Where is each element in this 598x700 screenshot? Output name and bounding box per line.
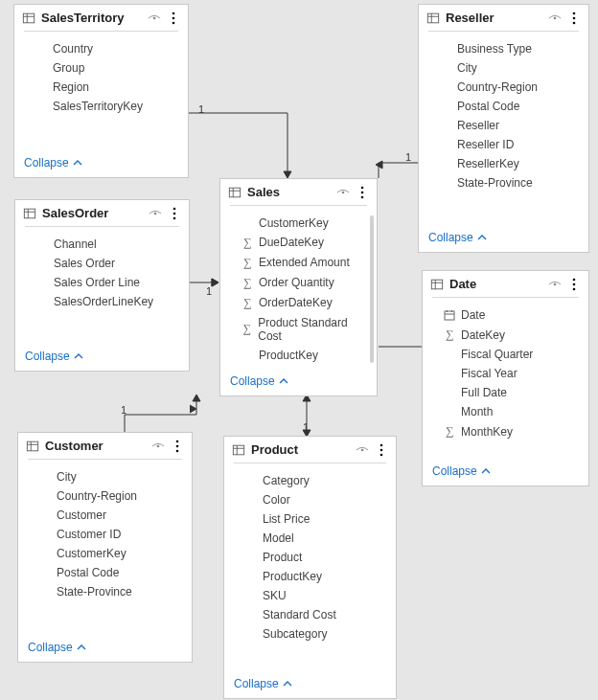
cardinality-label: 1 (405, 151, 411, 163)
table-customer[interactable]: CustomerCityCountry-RegionCustomerCustom… (17, 432, 193, 663)
field-item[interactable]: SalesOrderLineKey (27, 292, 185, 311)
svg-point-19 (173, 212, 176, 215)
svg-rect-28 (431, 280, 442, 289)
field-item[interactable]: ∑MonthKey (434, 421, 585, 441)
table-header[interactable]: Customer (18, 433, 192, 457)
table-sales-territory[interactable]: SalesTerritoryCountryGroupRegionSalesTer… (13, 4, 189, 178)
field-item[interactable]: Customer ID (30, 525, 188, 544)
field-item[interactable]: Country-Region (30, 486, 188, 506)
table-header[interactable]: SalesTerritory (14, 5, 188, 29)
field-item[interactable]: Subcategory (236, 624, 392, 644)
scrollbar[interactable] (370, 215, 374, 363)
field-item[interactable]: Group (26, 58, 184, 78)
field-item[interactable]: CustomerKey (30, 544, 188, 563)
field-label: Standard Cost (263, 608, 336, 621)
collapse-label: Collapse (28, 641, 73, 654)
table-date[interactable]: DateDate∑DateKeyFiscal QuarterFiscal Yea… (422, 270, 589, 486)
field-item[interactable]: ResellerKey (232, 365, 373, 369)
field-item[interactable]: ∑OrderDateKey (232, 293, 373, 313)
svg-rect-35 (445, 311, 454, 320)
visibility-icon[interactable] (356, 443, 369, 457)
field-item[interactable]: City (30, 467, 188, 486)
more-options-icon[interactable] (567, 278, 581, 291)
table-header[interactable]: Product (224, 437, 396, 461)
field-item[interactable]: ∑Product Standard Cost (232, 313, 373, 346)
visibility-icon[interactable] (148, 11, 161, 25)
field-item[interactable]: Category (236, 471, 392, 490)
table-product[interactable]: ProductCategoryColorList PriceModelProdu… (223, 436, 397, 699)
field-item[interactable]: Product (236, 548, 392, 567)
collapse-link[interactable]: Collapse (230, 374, 288, 388)
field-item[interactable]: Fiscal Year (434, 364, 585, 383)
field-item[interactable]: Fiscal Quarter (434, 345, 585, 364)
table-header[interactable]: Date (423, 271, 588, 295)
svg-point-50 (380, 443, 383, 446)
divider (428, 31, 579, 32)
table-header[interactable]: SalesOrder (15, 200, 189, 224)
collapse-link[interactable]: Collapse (25, 350, 83, 363)
field-item[interactable]: SalesTerritoryKey (26, 97, 184, 116)
field-item[interactable]: SKU (236, 586, 392, 605)
table-reseller[interactable]: ResellerBusiness TypeCityCountry-RegionP… (418, 4, 589, 253)
table-header[interactable]: Reseller (419, 5, 588, 29)
field-item[interactable]: ResellerKey (430, 154, 585, 173)
more-options-icon[interactable] (375, 443, 388, 457)
field-item[interactable]: Standard Cost (236, 605, 392, 624)
sigma-icon: ∑ (242, 322, 252, 336)
field-item[interactable]: Date (434, 305, 585, 325)
table-header[interactable]: Sales (220, 179, 377, 203)
field-item[interactable]: City (430, 58, 585, 78)
field-item[interactable]: Postal Code (430, 97, 585, 116)
field-item[interactable]: ∑Extended Amount (232, 253, 373, 273)
collapse-link[interactable]: Collapse (234, 677, 292, 690)
table-sales[interactable]: SalesCustomerKey∑DueDateKey∑Extended Amo… (219, 178, 378, 396)
visibility-icon[interactable] (548, 11, 562, 25)
more-options-icon[interactable] (168, 207, 181, 220)
field-item[interactable]: Region (26, 78, 184, 97)
field-item[interactable]: Model (236, 529, 392, 548)
field-item[interactable]: List Price (236, 509, 392, 529)
divider (28, 459, 182, 460)
more-options-icon[interactable] (167, 11, 180, 25)
field-item[interactable]: Country-Region (430, 78, 585, 97)
field-item[interactable]: Full Date (434, 383, 585, 402)
field-item[interactable]: CustomerKey (232, 214, 373, 233)
collapse-link[interactable]: Collapse (432, 464, 491, 478)
field-item[interactable]: Reseller (430, 116, 585, 135)
svg-point-49 (361, 448, 364, 451)
field-item[interactable]: ∑Order Quantity (232, 273, 373, 293)
field-item[interactable]: Sales Order Line (27, 273, 185, 292)
field-item[interactable]: Sales Order (27, 254, 185, 273)
visibility-icon[interactable] (149, 207, 162, 220)
more-options-icon[interactable] (171, 440, 184, 453)
table-footer: Collapse (15, 344, 189, 371)
table-footer: Collapse (423, 459, 588, 485)
field-item[interactable]: Channel (27, 235, 185, 254)
field-item[interactable]: Color (236, 490, 392, 509)
chevron-up-icon (283, 677, 292, 690)
visibility-icon[interactable] (548, 278, 562, 291)
field-item[interactable]: Country (26, 39, 184, 58)
field-item[interactable]: ∑DueDateKey (232, 233, 373, 253)
field-item[interactable]: Reseller ID (430, 135, 585, 154)
field-item[interactable]: Customer (30, 506, 188, 525)
collapse-link[interactable]: Collapse (428, 231, 487, 244)
table-footer: Collapse (220, 369, 377, 395)
collapse-link[interactable]: Collapse (24, 156, 82, 169)
field-label: Channel (54, 237, 97, 251)
collapse-link[interactable]: Collapse (28, 641, 86, 654)
field-item[interactable]: Postal Code (30, 563, 188, 582)
field-item[interactable]: State-Province (430, 173, 585, 192)
table-sales-order[interactable]: SalesOrderChannelSales OrderSales Order … (14, 199, 190, 372)
field-item[interactable]: ∑DateKey (434, 325, 585, 345)
fields-list: CustomerKey∑DueDateKey∑Extended Amount∑O… (220, 210, 377, 369)
field-item[interactable]: Month (434, 402, 585, 421)
more-options-icon[interactable] (567, 11, 581, 25)
field-item[interactable]: ProductKey (236, 567, 392, 586)
field-item[interactable]: Business Type (430, 39, 585, 58)
field-item[interactable]: ProductKey (232, 346, 373, 365)
more-options-icon[interactable] (356, 186, 369, 199)
visibility-icon[interactable] (151, 440, 165, 453)
field-item[interactable]: State-Province (30, 582, 188, 601)
visibility-icon[interactable] (336, 186, 350, 199)
